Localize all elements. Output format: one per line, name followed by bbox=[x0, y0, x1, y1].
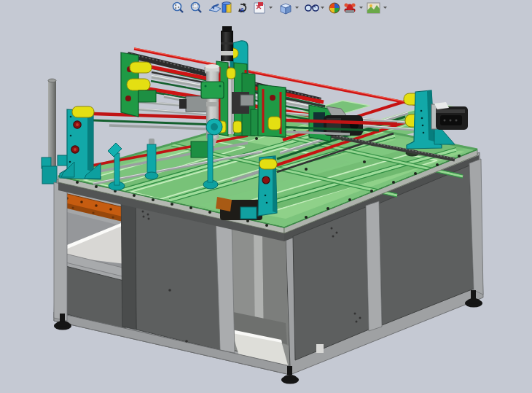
svg-text:A: A bbox=[240, 7, 245, 14]
